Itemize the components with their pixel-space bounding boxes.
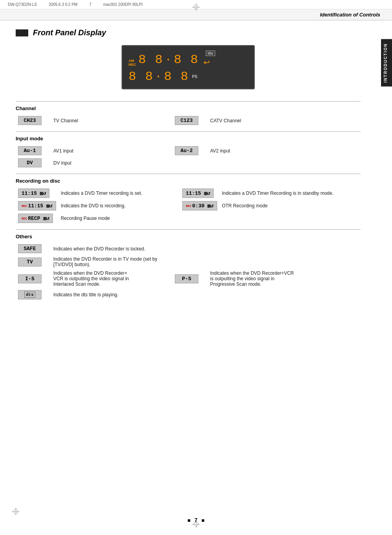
display-colon-bottom: · <box>155 71 163 83</box>
display-panel: AM REC 8 8 · 8 8 dts ↩ 8 8 · 8 8 PS <box>122 45 255 89</box>
desc-text: Indicates when the DVD Recorder is locke… <box>51 243 172 255</box>
desc-text: OTR Recording mode <box>220 199 361 212</box>
section-header-bar: Identification of Controls <box>0 9 392 20</box>
page-title-section: Front Panel Display <box>16 28 361 37</box>
desc-text: Indicates when the DVD Recorder+VCR is o… <box>208 269 361 288</box>
desc-text: Indicates the dts title is playing. <box>51 288 172 301</box>
table-row: REC11:15 ▦↺Indicates the DVD is recordin… <box>16 199 361 212</box>
desc-text: Indicates a DVD Timer Recording is in st… <box>220 187 361 199</box>
print-info: mac001 200DPI 90LPI <box>103 2 143 7</box>
display-colon-top: · <box>165 54 173 66</box>
desc-text <box>208 288 361 301</box>
crosshair-top <box>192 3 200 11</box>
digit-right: 8 8 <box>174 53 199 67</box>
display-labels: AM REC <box>129 59 136 67</box>
desc-text: Recording Pause mode <box>58 212 180 225</box>
indicator-box: 11:15 ▦↺ <box>182 189 214 198</box>
table-others: SAFEIndicates when the DVD Recorder is l… <box>16 243 361 301</box>
ps-label: PS <box>192 74 197 79</box>
page-num-dash-right: ■ <box>201 517 205 523</box>
table-recording_on_disc: 11:15 ▦↺Indicates a DVD Timer recording … <box>16 187 361 225</box>
digit-bottom-right: 8 8 <box>164 69 189 84</box>
desc-text: Indicates a DVD Timer recording is set. <box>58 187 180 199</box>
indicator-box: CH23 <box>18 116 42 125</box>
table-row: Au-1AV1 inputAu-2AV2 input <box>16 145 361 157</box>
indicator-box: DV <box>18 158 42 167</box>
page-number: 7 <box>194 517 198 523</box>
table-row: TVIndicates the DVD Recorder is in TV mo… <box>16 255 361 269</box>
indicator-box: REC11:15 ▦↺ <box>18 201 56 210</box>
desc-text: Indicates the DVD is recording. <box>58 199 180 212</box>
desc-text: Indicates the DVD Recorder is in TV mode… <box>51 255 172 269</box>
section-input_mode: Input modeAu-1AV1 inputAu-2AV2 inputDVDV… <box>16 131 361 169</box>
indicator-box: I-S <box>18 274 42 283</box>
desc-text <box>208 243 361 255</box>
display-bottom-row: 8 8 · 8 8 PS <box>129 69 248 84</box>
indicator-box: Au-1 <box>18 146 42 155</box>
indicator-box: C123 <box>175 116 198 125</box>
desc-text <box>208 157 361 169</box>
bottom-bar: ■ 7 ■ <box>0 517 392 523</box>
dts-badge: dts <box>206 51 215 56</box>
title-bar-icon <box>16 29 28 36</box>
table-row: SAFEIndicates when the DVD Recorder is l… <box>16 243 361 255</box>
digit-left: 8 8 <box>138 53 163 67</box>
indicator-box: REC0:30 ▦↺ <box>182 201 217 210</box>
indicator-box: P-S <box>175 274 198 283</box>
doc-id: DW-Q73D2N-LS <box>8 2 37 7</box>
desc-text: Indicates when the DVD Recorder+ VCR is … <box>51 269 172 288</box>
sections-container: ChannelCH23TV ChannelC123CATV ChannelInp… <box>16 101 361 301</box>
table-row: DVDV input <box>16 157 361 169</box>
indicator-box: dts <box>18 290 42 299</box>
section-recording_on_disc: Recording on disc11:15 ▦↺Indicates a DVD… <box>16 174 361 225</box>
desc-text: AV1 input <box>51 145 172 157</box>
desc-text: AV2 input <box>208 145 361 157</box>
indicator-box: SAFE <box>18 244 42 253</box>
section-others: OthersSAFEIndicates when the DVD Recorde… <box>16 229 361 301</box>
section-title-others: Others <box>16 234 361 239</box>
table-row: CH23TV ChannelC123CATV Channel <box>16 114 361 127</box>
table-row: I-SIndicates when the DVD Recorder+ VCR … <box>16 269 361 288</box>
sidebar-tab: INTRODUCTION <box>381 39 392 87</box>
indicator-box: Au-2 <box>175 146 198 155</box>
table-channel: CH23TV ChannelC123CATV Channel <box>16 114 361 127</box>
desc-text: TV Channel <box>51 114 172 127</box>
desc-text <box>208 255 361 269</box>
main-content: Front Panel Display AM REC 8 8 · 8 8 dts… <box>0 20 376 314</box>
crosshair-bottom-left <box>12 508 20 515</box>
desc-text: CATV Channel <box>208 114 361 127</box>
indicator-box: 11:15 ▦↺ <box>18 189 49 198</box>
section-header-text: Identification of Controls <box>320 12 380 18</box>
table-input_mode: Au-1AV1 inputAu-2AV2 inputDVDV input <box>16 145 361 169</box>
table-row: RECRECP ▦↺Recording Pause mode <box>16 212 361 225</box>
table-row: 11:15 ▦↺Indicates a DVD Timer recording … <box>16 187 361 199</box>
page-indicator: 7 <box>89 2 92 7</box>
rec-label: REC <box>129 63 136 67</box>
desc-text <box>220 212 361 225</box>
display-digits-top: 8 8 · 8 8 <box>138 53 199 67</box>
section-title-recording_on_disc: Recording on disc <box>16 178 361 184</box>
digit-bottom-left: 8 8 <box>129 69 154 84</box>
indicator-box: TV <box>18 258 42 267</box>
indicator-box: RECRECP ▦↺ <box>18 214 53 223</box>
display-digits-bottom: 8 8 · 8 8 <box>129 69 189 84</box>
section-channel: ChannelCH23TV ChannelC123CATV Channel <box>16 101 361 127</box>
arrow-icon: ↩ <box>203 58 210 67</box>
section-title-input_mode: Input mode <box>16 136 361 141</box>
page-title: Front Panel Display <box>33 28 106 37</box>
desc-text: DV input <box>51 157 172 169</box>
table-row: dtsIndicates the dts title is playing. <box>16 288 361 301</box>
page-num-dash-left: ■ <box>187 517 191 523</box>
section-title-channel: Channel <box>16 105 361 111</box>
doc-date: 2005.6.3 6:2 PM <box>49 2 77 7</box>
